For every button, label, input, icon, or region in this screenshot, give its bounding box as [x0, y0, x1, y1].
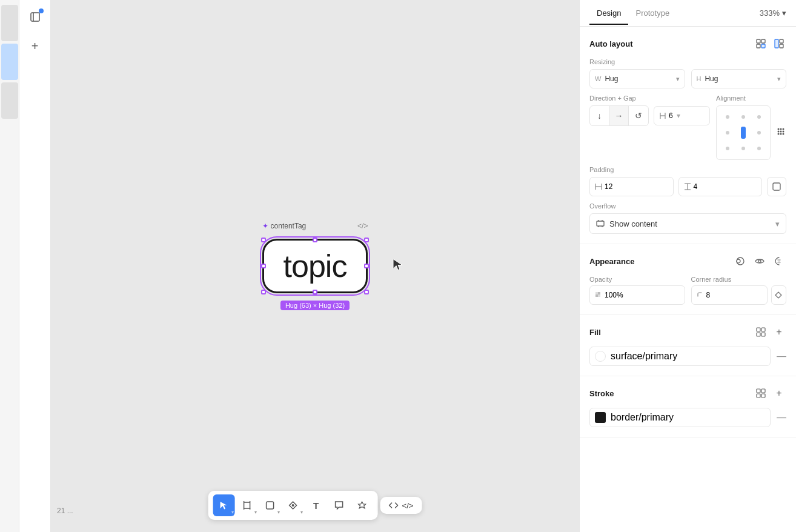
code-view-button[interactable]: </> [380, 497, 422, 514]
comment-tool-button[interactable] [328, 494, 350, 516]
align-dot-9[interactable] [757, 147, 761, 150]
left-sidebar: + [19, 0, 51, 532]
auto-layout-grid-icon[interactable] [754, 36, 768, 51]
align-dot-2[interactable] [741, 115, 745, 119]
add-sidebar-icon[interactable]: + [25, 36, 45, 56]
tab-prototype[interactable]: Prototype [628, 2, 677, 25]
align-dot-1[interactable] [726, 115, 729, 119]
svg-rect-11 [757, 44, 760, 48]
gap-input[interactable]: 6 ▾ [654, 106, 710, 125]
shape-tool-button[interactable]: ▾ [259, 494, 281, 516]
svg-point-38 [758, 260, 761, 262]
alignment-grid [716, 105, 771, 160]
opacity-label: Opacity [589, 276, 685, 283]
handle-bottom-left [261, 290, 266, 294]
svg-rect-42 [598, 294, 600, 297]
code-toggle-icon[interactable]: </> [357, 222, 368, 230]
layers-item-selected[interactable] [1, 44, 18, 80]
effects-icon-btn[interactable] [733, 254, 748, 268]
main-tools-group: ▾ ▾ ▾ [208, 491, 378, 520]
padding-corner-btn[interactable] [767, 177, 786, 196]
align-dot-4[interactable] [726, 131, 729, 135]
dir-down-btn[interactable]: ↓ [590, 106, 609, 125]
handle-top-left [261, 238, 266, 242]
width-dropdown[interactable]: W Hug ▾ [589, 69, 685, 88]
stroke-grid-icon[interactable] [754, 386, 768, 401]
stroke-header: Stroke + [589, 386, 786, 401]
stroke-add-btn[interactable]: + [772, 386, 786, 401]
tab-design[interactable]: Design [589, 2, 628, 25]
align-dot-8[interactable] [741, 147, 745, 150]
fill-remove-btn[interactable]: — [777, 351, 786, 362]
layers-item-2[interactable] [1, 82, 18, 119]
dir-right-btn[interactable]: → [609, 106, 629, 125]
corner-radius-group: Corner radius 8 [691, 276, 787, 305]
topic-text: topic [284, 248, 347, 284]
tag-component[interactable]: topic [262, 239, 368, 293]
frame-tool-button[interactable]: ▾ [236, 494, 258, 516]
stroke-swatch[interactable]: border/primary [589, 408, 771, 427]
padding-group: Padding 12 4 [589, 166, 786, 196]
fill-header: Fill + [589, 325, 786, 339]
svg-point-23 [780, 131, 782, 133]
book-sidebar-icon[interactable] [25, 7, 45, 27]
horizontal-padding-value: 12 [605, 182, 612, 191]
horizontal-padding-input[interactable]: 12 [589, 177, 674, 196]
stroke-icons: + [754, 386, 786, 401]
svg-rect-12 [761, 44, 765, 48]
visibility-icon-btn[interactable] [752, 254, 767, 268]
svg-rect-50 [761, 394, 765, 397]
handle-top-mid [313, 238, 317, 242]
fill-swatch[interactable]: surface/primary [589, 347, 771, 366]
plugin-tool-button[interactable] [351, 494, 373, 516]
vertical-padding-value: 4 [694, 182, 698, 191]
svg-rect-34 [773, 183, 780, 190]
corner-expand-btn[interactable] [771, 285, 786, 305]
panel-header: Design Prototype 333% ▾ [580, 0, 796, 27]
fill-value: surface/primary [611, 351, 677, 362]
align-dot-3[interactable] [757, 115, 761, 119]
dir-wrap-btn[interactable]: ↺ [629, 106, 648, 125]
fill-grid-icon[interactable] [754, 325, 768, 339]
opacity-value: 100% [605, 291, 623, 299]
layers-item[interactable] [1, 5, 18, 41]
corner-radius-value: 8 [706, 291, 711, 299]
alignment-group: Alignment [716, 95, 786, 160]
opacity-input[interactable]: 100% [589, 285, 685, 305]
vertical-padding-input[interactable]: 4 [678, 177, 763, 196]
overflow-dropdown[interactable]: Show content ▾ [589, 213, 786, 234]
text-tool-button[interactable]: T [305, 494, 327, 516]
overflow-chevron-icon: ▾ [775, 219, 780, 228]
align-dot-7[interactable] [726, 147, 729, 150]
height-dropdown[interactable]: H Hug ▾ [691, 69, 787, 88]
auto-layout-layout-icon[interactable] [772, 36, 786, 51]
fill-add-btn[interactable]: + [772, 325, 786, 339]
right-panel: Design Prototype 333% ▾ Auto layout [579, 0, 796, 532]
overflow-value: Show content [609, 219, 657, 228]
alignment-options-icon[interactable] [775, 126, 786, 139]
h-value: Hug [705, 75, 718, 83]
w-label: W [595, 75, 601, 82]
resizing-label: Resizing [589, 58, 786, 65]
svg-point-19 [778, 128, 780, 130]
canvas-area: ✦ contentTag </> topic Hug (63) × Hug (3… [51, 0, 579, 532]
size-badge: Hug (63) × Hug (32) [280, 301, 350, 310]
select-tool-button[interactable]: ▾ [213, 494, 235, 516]
blend-icon-btn[interactable] [772, 254, 786, 268]
fill-section: Fill + surface/primary — [580, 315, 796, 376]
zoom-indicator[interactable]: 333% ▾ [760, 8, 786, 18]
stroke-title: Stroke [589, 389, 614, 398]
h-label: H [697, 75, 701, 82]
fill-icons: + [754, 325, 786, 339]
align-dot-6[interactable] [757, 131, 761, 135]
handle-bottom-mid [313, 290, 317, 294]
corner-radius-input[interactable]: 8 [691, 285, 768, 305]
fill-color-circle [595, 351, 606, 362]
pen-tool-button[interactable]: ▾ [282, 494, 304, 516]
notification-badge [39, 8, 44, 13]
cursor-arrow-icon [392, 258, 404, 274]
fill-title: Fill [589, 328, 601, 337]
align-dot-active[interactable] [741, 127, 746, 139]
svg-point-24 [783, 131, 784, 133]
stroke-remove-btn[interactable]: — [777, 412, 786, 423]
